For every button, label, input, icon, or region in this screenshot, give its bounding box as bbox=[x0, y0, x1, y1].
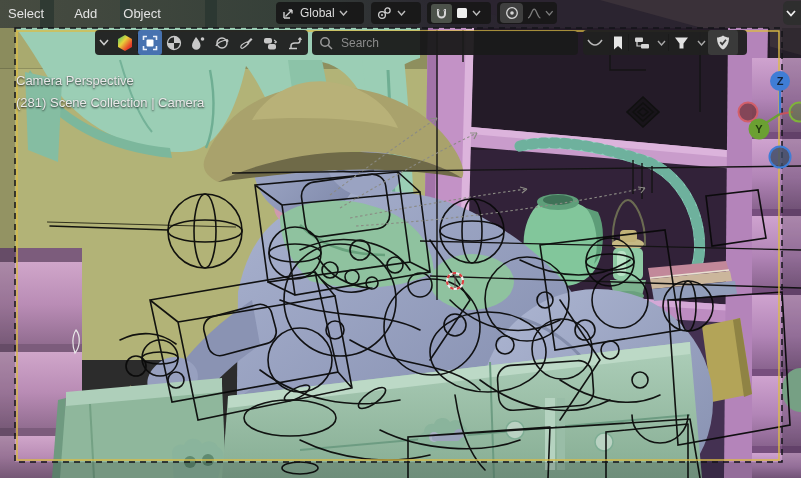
filter-funnel-icon bbox=[673, 35, 690, 51]
filter-toolbar bbox=[583, 30, 747, 55]
axis-x-pos-ball[interactable] bbox=[790, 103, 801, 122]
search-icon bbox=[319, 36, 333, 50]
mode-button-texture-brush[interactable] bbox=[234, 30, 258, 55]
outliner-icon bbox=[633, 35, 650, 51]
outliner-display-button[interactable] bbox=[629, 30, 654, 55]
mode-button-duplicate-pages[interactable] bbox=[258, 30, 282, 55]
axis-z-label: Z bbox=[777, 75, 784, 87]
menu-object[interactable]: Object bbox=[117, 2, 167, 25]
chevron-down-icon bbox=[472, 10, 481, 16]
shield-check-icon bbox=[715, 34, 731, 51]
mode-button-vertex-paint[interactable] bbox=[186, 30, 210, 55]
mode-toolbar bbox=[95, 30, 308, 55]
pivot-point-dropdown[interactable] bbox=[371, 2, 421, 24]
proportional-edit-controls[interactable] bbox=[497, 2, 557, 24]
search-field[interactable] bbox=[312, 31, 578, 55]
pivot-point-icon bbox=[376, 6, 393, 21]
falloff-curve-icon bbox=[527, 7, 541, 20]
sphere-orbit-icon bbox=[214, 35, 230, 51]
navigation-gizmo[interactable]: Z Y bbox=[731, 62, 801, 172]
blender-window: Camera Perspective (281) Scene Collectio… bbox=[0, 0, 801, 478]
search-input[interactable] bbox=[339, 35, 539, 51]
orientation-label: Global bbox=[300, 2, 335, 24]
chevron-down-icon bbox=[657, 40, 666, 46]
select-box-icon bbox=[142, 35, 158, 51]
mode-button-select-box[interactable] bbox=[138, 30, 162, 55]
falloff-curve-button[interactable] bbox=[583, 30, 607, 55]
hook-pipe-icon bbox=[286, 35, 302, 51]
filter-dropdown-chevron[interactable] bbox=[694, 30, 708, 55]
axis-x-neg-ball[interactable] bbox=[739, 103, 758, 122]
proportional-edit-toggle[interactable] bbox=[500, 3, 523, 23]
collapse-toolbar-button[interactable] bbox=[95, 30, 113, 55]
mode-button-weight-sphere[interactable] bbox=[210, 30, 234, 55]
axis-z-neg-ball[interactable] bbox=[770, 147, 791, 168]
chevron-down-icon bbox=[339, 10, 348, 16]
material-ball-button[interactable] bbox=[113, 30, 137, 55]
proportional-edit-icon bbox=[505, 6, 519, 20]
bookmark-button[interactable] bbox=[607, 30, 628, 55]
mode-button-shading-sphere[interactable] bbox=[162, 30, 186, 55]
mode-button-hook-tool[interactable] bbox=[282, 30, 306, 55]
outliner-dropdown-chevron[interactable] bbox=[654, 30, 668, 55]
chevron-down-icon bbox=[397, 10, 406, 16]
magnet-icon bbox=[435, 7, 448, 20]
axis-y-label: Y bbox=[755, 123, 763, 135]
shading-sphere-icon bbox=[166, 35, 182, 51]
chevron-down-icon bbox=[697, 40, 706, 46]
transform-orientation-icon bbox=[281, 6, 296, 21]
chevron-down-icon bbox=[786, 10, 796, 17]
shield-protect-button[interactable] bbox=[708, 30, 738, 55]
pages-cycle-icon bbox=[262, 35, 278, 51]
menu-add[interactable]: Add bbox=[68, 2, 103, 25]
transform-orientation-dropdown[interactable]: Global bbox=[276, 2, 364, 24]
chevron-down-icon bbox=[545, 10, 554, 16]
snapping-controls[interactable] bbox=[427, 2, 491, 24]
brush-icon bbox=[238, 35, 254, 51]
menu-select[interactable]: Select bbox=[2, 2, 50, 25]
options-dropdown-clipped[interactable] bbox=[783, 1, 801, 25]
filter-button[interactable] bbox=[669, 30, 694, 55]
bookmark-icon bbox=[611, 35, 625, 51]
curve-smile-icon bbox=[586, 36, 604, 50]
snap-toggle[interactable] bbox=[431, 4, 452, 23]
paint-droplet-icon bbox=[190, 35, 206, 51]
material-ball-icon bbox=[116, 34, 134, 52]
increment-snap-icon bbox=[456, 7, 468, 19]
viewport-3d-scene[interactable] bbox=[0, 0, 801, 478]
chevron-down-icon bbox=[99, 39, 109, 46]
